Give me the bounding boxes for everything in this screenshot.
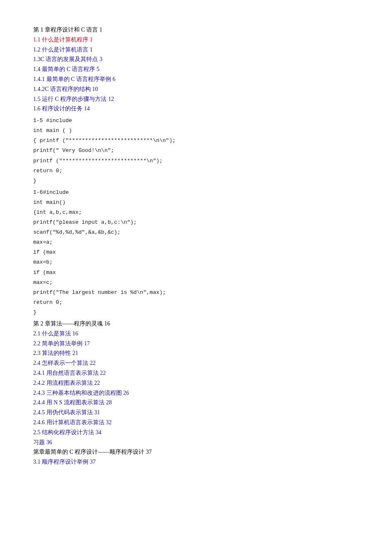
toc-item-ch2: 第 2 章算法——程序的灵魂 16 <box>33 319 357 329</box>
code-line-1-4: printf ("**************************\n"); <box>33 156 357 166</box>
toc-item-1-4-1[interactable]: 1.4.1 最简单的 C 语言程序举例 6 <box>33 74 357 84</box>
code-line-2-7: max=b; <box>33 257 357 267</box>
code-label-1: 1-5 #include <box>33 115 357 125</box>
code-line-2-2: {int a,b,c,max; <box>33 207 357 217</box>
toc-item-1-2[interactable]: 1.2 什么是计算机语言 1 <box>33 45 357 55</box>
toc-item-exercises[interactable]: 习题 36 <box>33 438 357 447</box>
toc-link-2-4-2[interactable]: 2.4.2 用流程图表示算法 22 <box>33 380 100 386</box>
code-line-1-6: } <box>33 176 357 186</box>
code-text-2-9: max=c; <box>33 279 53 286</box>
toc-link-3-1[interactable]: 3.1 顺序程序设计举例 37 <box>33 459 96 465</box>
code-line-2-1: int main() <box>33 197 357 207</box>
toc-item-2-4-1[interactable]: 2.4.1 用自然语言表示算法 22 <box>33 368 357 378</box>
toc-item-2-2[interactable]: 2.2 简单的算法举例 17 <box>33 339 357 349</box>
toc-item-ch3: 第章最简单的 C 程序设计——顺序程序设计 37 <box>33 447 357 457</box>
toc-item-2-4-4[interactable]: 2.4.4 用 N S 流程图表示算法 28 <box>33 398 357 408</box>
toc-item-1-4[interactable]: 1.4 最简单的 C 语言程序 5 <box>33 64 357 74</box>
toc-link-2-4[interactable]: 2.4 怎样表示一个算法 22 <box>33 360 96 366</box>
code-text-1-4: printf ("**************************\n"); <box>33 158 163 164</box>
toc-section-2: 第 2 章算法——程序的灵魂 16 2.1 什么是算法 16 2.2 简单的算法… <box>33 319 357 467</box>
code-text-2-10: printf("The largest number is %d\n",max)… <box>33 289 166 296</box>
toc-item-ch1: 第 1 章程序设计和 C 语言 1 <box>33 25 357 35</box>
code-text-1-6: } <box>33 178 37 184</box>
chapter-2-heading: 第 2 章算法——程序的灵魂 16 <box>33 320 110 327</box>
toc-link-2-4-5[interactable]: 2.4.5 用伪代码表示算法 31 <box>33 409 100 416</box>
code-text-2-5: max=a; <box>33 239 53 245</box>
code-label-1-text: 1-5 #include <box>33 117 72 124</box>
toc-link-exercises[interactable]: 习题 36 <box>33 439 52 445</box>
code-line-1-1: int main ( ) <box>33 125 357 135</box>
code-line-1-2: { printf ("**************************\n\… <box>33 135 357 145</box>
toc-item-2-3[interactable]: 2.3 算法的特性 21 <box>33 348 357 358</box>
toc-link-2-5[interactable]: 2.5 结构化程序设计方法 34 <box>33 429 102 435</box>
code-line-2-12: } <box>33 307 357 317</box>
code-text-1-3: printf(" Very Good!\n\n"; <box>33 147 114 154</box>
code-line-1-5: return 0; <box>33 166 357 176</box>
toc-link-2-3[interactable]: 2.3 算法的特性 21 <box>33 350 78 356</box>
toc-link-1-6[interactable]: 1.6 程序设计的任务 14 <box>33 105 90 112</box>
code-section-1: 1-5 #include int main ( ) { printf ("***… <box>33 115 357 186</box>
toc-item-2-1[interactable]: 2.1 什么是算法 16 <box>33 329 357 339</box>
toc-link-1-3[interactable]: 1.3C 语言的发展及其特点 3 <box>33 56 102 62</box>
toc-link-2-4-3[interactable]: 2.4.3 三种基本结构和改进的流程图 26 <box>33 390 129 396</box>
toc-link-1-2[interactable]: 1.2 什么是计算机语言 1 <box>33 46 93 53</box>
code-line-1-3: printf(" Very Good!\n\n"; <box>33 145 357 155</box>
toc-link-2-4-1[interactable]: 2.4.1 用自然语言表示算法 22 <box>33 370 106 376</box>
toc-link-2-2[interactable]: 2.2 简单的算法举例 17 <box>33 340 90 347</box>
toc-item-1-4-2[interactable]: 1.4.2C 语言程序的结构 10 <box>33 84 357 94</box>
code-text-2-1: int main() <box>33 199 66 205</box>
chapter-1-heading: 第 1 章程序设计和 C 语言 1 <box>33 27 102 33</box>
code-line-2-4: scanf("%d,%d,%d",&a,&b,&c); <box>33 227 357 237</box>
code-text-1-5: return 0; <box>33 168 62 174</box>
toc-link-1-4-1[interactable]: 1.4.1 最简单的 C 语言程序举例 6 <box>33 76 115 82</box>
code-text-2-7: max=b; <box>33 259 53 265</box>
toc-item-2-4[interactable]: 2.4 怎样表示一个算法 22 <box>33 358 357 368</box>
code-line-2-9: max=c; <box>33 277 357 287</box>
toc-link-1-1[interactable]: 1.1 什么是计算机程序 1 <box>33 37 93 43</box>
toc-link-1-4-2[interactable]: 1.4.2C 语言程序的结构 10 <box>33 86 98 92</box>
toc-item-1-6[interactable]: 1.6 程序设计的任务 14 <box>33 104 357 114</box>
code-label-2-text: 1-6#include <box>33 189 69 196</box>
code-text-2-6: if (max <box>33 249 56 255</box>
code-line-2-5: max=a; <box>33 237 357 247</box>
code-section-2: 1-6#include int main() {int a,b,c,max; p… <box>33 187 357 317</box>
chapter-3-heading: 第章最简单的 C 程序设计——顺序程序设计 37 <box>33 449 152 455</box>
toc-item-2-5[interactable]: 2.5 结构化程序设计方法 34 <box>33 428 357 438</box>
toc-item-1-3[interactable]: 1.3C 语言的发展及其特点 3 <box>33 54 357 64</box>
code-text-2-3: printf("please input a,b,c:\n"); <box>33 219 137 225</box>
code-text-2-12: } <box>33 309 37 315</box>
toc-link-1-4[interactable]: 1.4 最简单的 C 语言程序 5 <box>33 66 100 72</box>
toc-link-2-1[interactable]: 2.1 什么是算法 16 <box>33 330 78 337</box>
code-line-2-11: return 0; <box>33 297 357 307</box>
code-text-2-11: return 0; <box>33 299 62 306</box>
code-line-2-6: if (max <box>33 247 357 257</box>
code-label-2: 1-6#include <box>33 187 357 197</box>
toc-item-3-1[interactable]: 3.1 顺序程序设计举例 37 <box>33 457 357 467</box>
toc-link-2-4-4[interactable]: 2.4.4 用 N S 流程图表示算法 28 <box>33 399 112 406</box>
toc-link-1-5[interactable]: 1.5 运行 C 程序的步骤与方法 12 <box>33 96 114 102</box>
toc-section-1: 第 1 章程序设计和 C 语言 1 1.1 什么是计算机程序 1 1.2 什么是… <box>33 25 357 114</box>
code-line-2-8: if (max <box>33 267 357 277</box>
toc-link-2-4-6[interactable]: 2.4.6 用计算机语言表示算法 32 <box>33 419 112 425</box>
code-line-2-10: printf("The largest number is %d\n",max)… <box>33 287 357 297</box>
main-content: 第 1 章程序设计和 C 语言 1 1.1 什么是计算机程序 1 1.2 什么是… <box>33 25 357 467</box>
toc-item-2-4-5[interactable]: 2.4.5 用伪代码表示算法 31 <box>33 408 357 418</box>
toc-item-2-4-2[interactable]: 2.4.2 用流程图表示算法 22 <box>33 378 357 388</box>
toc-item-1-1[interactable]: 1.1 什么是计算机程序 1 <box>33 35 357 45</box>
toc-item-2-4-6[interactable]: 2.4.6 用计算机语言表示算法 32 <box>33 418 357 428</box>
toc-item-1-5[interactable]: 1.5 运行 C 程序的步骤与方法 12 <box>33 94 357 104</box>
code-text-1-2: { printf ("**************************\n\… <box>33 137 175 144</box>
code-text-2-4: scanf("%d,%d,%d",&a,&b,&c); <box>33 229 121 235</box>
code-text-2-2: {int a,b,c,max; <box>33 209 82 215</box>
toc-item-2-4-3[interactable]: 2.4.3 三种基本结构和改进的流程图 26 <box>33 388 357 398</box>
code-text-2-8: if (max <box>33 269 56 276</box>
code-line-2-3: printf("please input a,b,c:\n"); <box>33 217 357 227</box>
code-text-1-1: int main ( ) <box>33 127 72 134</box>
